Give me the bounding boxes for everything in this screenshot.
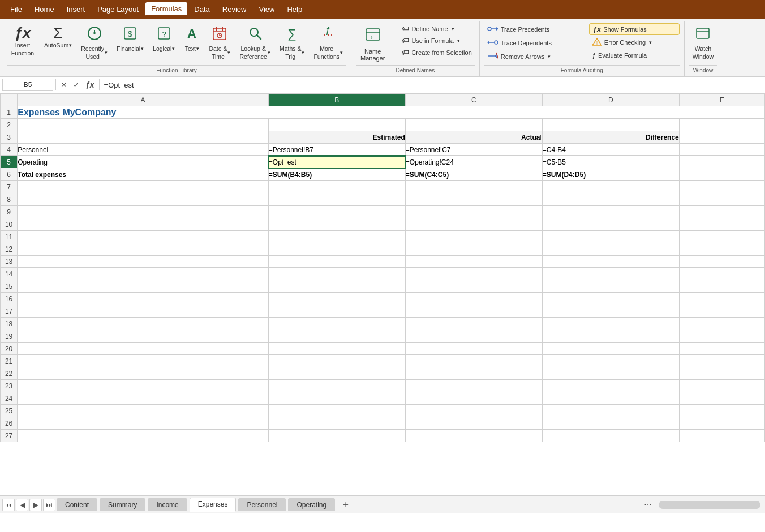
cell[interactable]	[268, 380, 405, 392]
cell[interactable]: Personnel	[18, 144, 269, 156]
cell[interactable]	[18, 268, 269, 280]
menu-review[interactable]: Review	[217, 3, 252, 16]
cell[interactable]	[405, 218, 542, 231]
cell[interactable]	[18, 280, 269, 293]
cell[interactable]	[268, 256, 405, 268]
cell[interactable]	[268, 268, 405, 280]
remove-arrows-button[interactable]: Remove Arrows ▾	[484, 50, 575, 63]
cell[interactable]: Actual	[405, 131, 542, 144]
cell[interactable]	[542, 405, 679, 417]
cell[interactable]	[679, 417, 764, 430]
menu-page-layout[interactable]: Page Layout	[92, 3, 144, 16]
horizontal-scrollbar[interactable]	[659, 501, 760, 509]
cell[interactable]	[268, 193, 405, 206]
cell[interactable]	[405, 268, 542, 280]
cell[interactable]	[542, 268, 679, 280]
cell[interactable]	[268, 231, 405, 243]
cell[interactable]	[268, 293, 405, 305]
cell[interactable]	[405, 206, 542, 218]
evaluate-formula-button[interactable]: ƒ Evaluate Formula	[589, 50, 680, 60]
cell[interactable]	[542, 318, 679, 330]
row-header-24[interactable]: 24	[1, 392, 18, 405]
cell[interactable]	[542, 218, 679, 231]
cell[interactable]	[18, 343, 269, 355]
cell[interactable]	[679, 330, 764, 343]
cell[interactable]	[18, 405, 269, 417]
row-header-5[interactable]: 5	[1, 156, 18, 168]
cell[interactable]	[405, 367, 542, 380]
lookup-ref-button[interactable]: Lookup &Reference ▾	[236, 23, 273, 63]
cell[interactable]	[542, 392, 679, 405]
sheet-tab-content[interactable]: Content	[57, 498, 97, 511]
cell[interactable]	[268, 181, 405, 193]
row-header-22[interactable]: 22	[1, 367, 18, 380]
cell[interactable]	[18, 231, 269, 243]
cell[interactable]	[268, 355, 405, 367]
cell[interactable]	[679, 131, 764, 144]
cell[interactable]	[405, 193, 542, 206]
cell[interactable]	[542, 206, 679, 218]
cell[interactable]	[18, 355, 269, 367]
cell[interactable]	[679, 392, 764, 405]
cell[interactable]	[679, 144, 764, 156]
sheet-options-button[interactable]: ⋯	[642, 499, 654, 511]
cell[interactable]	[268, 280, 405, 293]
cell[interactable]	[542, 330, 679, 343]
cell[interactable]	[542, 256, 679, 268]
cell[interactable]	[405, 318, 542, 330]
menu-help[interactable]: Help	[281, 3, 308, 16]
cell[interactable]	[268, 343, 405, 355]
cell[interactable]	[542, 305, 679, 318]
cell[interactable]: =SUM(D4:D5)	[542, 168, 679, 181]
cell[interactable]	[18, 417, 269, 430]
cell[interactable]	[18, 218, 269, 231]
sheet-nav-right[interactable]: ▶	[29, 499, 42, 511]
cell[interactable]	[405, 430, 542, 442]
row-header-7[interactable]: 7	[1, 181, 18, 193]
cell[interactable]	[542, 430, 679, 442]
cell[interactable]	[542, 367, 679, 380]
cell[interactable]	[18, 119, 269, 131]
row-header-11[interactable]: 11	[1, 231, 18, 243]
cell[interactable]	[679, 380, 764, 392]
row-header-27[interactable]: 27	[1, 430, 18, 442]
cell[interactable]	[405, 330, 542, 343]
menu-data[interactable]: Data	[188, 3, 215, 16]
cell[interactable]	[679, 119, 764, 131]
cell[interactable]	[542, 293, 679, 305]
cell[interactable]	[268, 392, 405, 405]
cell[interactable]	[18, 256, 269, 268]
cell[interactable]: =SUM(B4:B5)	[268, 168, 405, 181]
row-header-23[interactable]: 23	[1, 380, 18, 392]
cell[interactable]	[405, 231, 542, 243]
cell[interactable]: Total expenses	[18, 168, 269, 181]
cell[interactable]	[268, 417, 405, 430]
formula-input[interactable]	[102, 80, 763, 90]
col-header-c[interactable]: C	[405, 94, 542, 106]
date-time-button[interactable]: Date &Time ▾	[205, 23, 234, 63]
cell[interactable]	[18, 318, 269, 330]
cell[interactable]	[405, 280, 542, 293]
cell[interactable]	[679, 367, 764, 380]
cell[interactable]	[18, 380, 269, 392]
trace-dependents-button[interactable]: Trace Dependents	[484, 37, 575, 49]
col-header-d[interactable]: D	[542, 94, 679, 106]
cell[interactable]	[405, 417, 542, 430]
cell[interactable]: =C5-B5	[542, 156, 679, 168]
cell[interactable]	[679, 343, 764, 355]
cell[interactable]	[679, 318, 764, 330]
logical-button[interactable]: ? Logical ▾	[149, 23, 178, 55]
cell[interactable]	[268, 318, 405, 330]
cell[interactable]	[405, 392, 542, 405]
show-formulas-button[interactable]: ƒx Show Formulas	[589, 23, 680, 35]
cell[interactable]	[679, 355, 764, 367]
cell[interactable]	[405, 380, 542, 392]
cell[interactable]	[679, 206, 764, 218]
cell[interactable]: =Operating!C24	[405, 156, 542, 168]
row-header-16[interactable]: 16	[1, 293, 18, 305]
cell[interactable]	[679, 193, 764, 206]
row-header-26[interactable]: 26	[1, 417, 18, 430]
text-button[interactable]: A Text ▾	[180, 23, 203, 55]
sheet-nav-left[interactable]: ◀	[16, 499, 28, 511]
cell[interactable]	[18, 131, 269, 144]
